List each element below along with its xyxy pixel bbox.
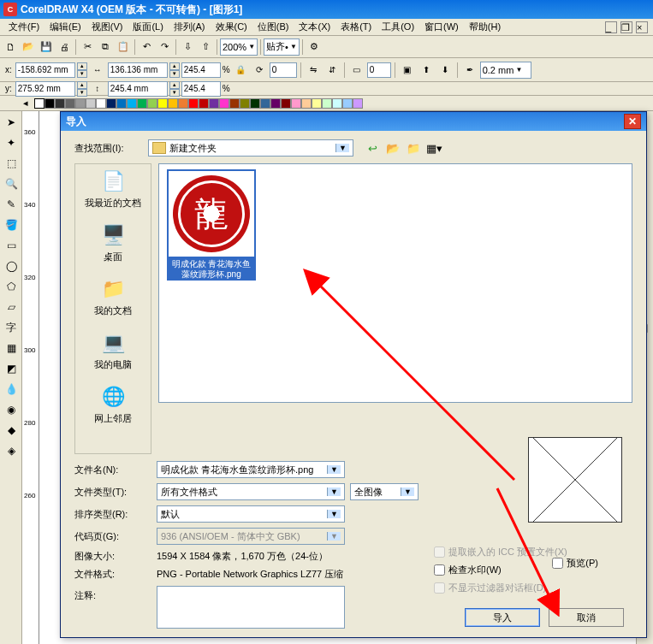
fullimage-combo[interactable]: 全图像▼ bbox=[350, 483, 419, 500]
options-icon[interactable]: ⚙ bbox=[306, 38, 323, 56]
filename-combo[interactable]: 明成化款 青花海水鱼藻纹蹄形杯.png▼ bbox=[157, 461, 345, 478]
place-computer[interactable]: 💻我的电脑 bbox=[94, 329, 132, 371]
file-item-selected[interactable]: 明成化款 青花海水鱼藻纹蹄形杯.png bbox=[164, 169, 258, 281]
export-icon[interactable]: ⇧ bbox=[197, 38, 214, 56]
eyedropper-tool[interactable]: 💧 bbox=[2, 380, 21, 399]
open-icon[interactable]: 📂 bbox=[20, 38, 37, 56]
swatch[interactable] bbox=[188, 98, 199, 109]
zoom-tool[interactable]: 🔍 bbox=[2, 174, 21, 193]
swatch[interactable] bbox=[147, 98, 157, 109]
swatch[interactable] bbox=[65, 98, 75, 109]
swatch[interactable] bbox=[137, 98, 147, 109]
swatch[interactable] bbox=[96, 98, 106, 109]
swatch[interactable] bbox=[312, 98, 322, 109]
mdi-minimize-icon[interactable]: _ bbox=[605, 21, 617, 33]
color-prev-icon[interactable]: ◂ bbox=[17, 95, 34, 112]
swatch[interactable] bbox=[322, 98, 332, 109]
redo-icon[interactable]: ↷ bbox=[156, 38, 173, 56]
width-input[interactable] bbox=[108, 62, 168, 78]
menu-table[interactable]: 表格(T) bbox=[335, 19, 377, 35]
import-button[interactable]: 导入 bbox=[465, 608, 540, 627]
scale-x-input[interactable] bbox=[181, 62, 221, 78]
outline-pen-icon[interactable]: ✒ bbox=[461, 62, 478, 79]
smartfill-tool[interactable]: 🪣 bbox=[2, 216, 21, 234]
fill-tool[interactable]: ◆ bbox=[2, 421, 21, 440]
w-spinner[interactable]: ▲▼ bbox=[169, 62, 180, 78]
swatch[interactable] bbox=[199, 98, 209, 109]
mirror-h-icon[interactable]: ⇋ bbox=[305, 62, 322, 79]
copy-icon[interactable]: ⧉ bbox=[97, 38, 114, 56]
menu-bitmap[interactable]: 位图(B) bbox=[252, 19, 294, 35]
swatch[interactable] bbox=[106, 98, 116, 109]
undo-icon[interactable]: ↶ bbox=[138, 38, 155, 56]
menu-arrange[interactable]: 排列(A) bbox=[169, 19, 211, 35]
swatch[interactable] bbox=[240, 98, 250, 109]
x-input[interactable] bbox=[15, 62, 75, 78]
polygon-tool[interactable]: ⬠ bbox=[2, 277, 21, 296]
swatch[interactable] bbox=[178, 98, 188, 109]
rotate-input[interactable] bbox=[270, 62, 297, 78]
swatch[interactable] bbox=[260, 98, 270, 109]
swatch[interactable] bbox=[301, 98, 312, 109]
swatch[interactable] bbox=[75, 98, 86, 109]
watermark-checkbox[interactable]: 检查水印(W) bbox=[434, 564, 622, 576]
place-documents[interactable]: 📁我的文档 bbox=[94, 275, 132, 317]
freehand-tool[interactable]: ✎ bbox=[2, 195, 21, 214]
wrap-icon[interactable]: ▣ bbox=[399, 62, 416, 79]
view-menu-icon[interactable]: ▦▾ bbox=[425, 139, 442, 157]
menu-help[interactable]: 帮助(H) bbox=[464, 19, 506, 35]
cut-icon[interactable]: ✂ bbox=[79, 38, 96, 56]
menu-file[interactable]: 文件(F) bbox=[3, 19, 45, 35]
print-icon[interactable]: 🖨 bbox=[56, 38, 73, 56]
h-spinner[interactable]: ▲▼ bbox=[169, 81, 180, 97]
snap-combo[interactable]: 贴齐 • ▼ bbox=[264, 38, 300, 56]
new-folder-icon[interactable]: 📁 bbox=[405, 139, 422, 157]
swatch[interactable] bbox=[229, 98, 240, 109]
menu-layout[interactable]: 版面(L) bbox=[128, 19, 168, 35]
crop-tool[interactable]: ⬚ bbox=[2, 154, 21, 173]
notes-textarea[interactable] bbox=[157, 586, 345, 629]
menu-text[interactable]: 文本(X) bbox=[294, 19, 335, 35]
mirror-v-icon[interactable]: ⇵ bbox=[324, 62, 341, 79]
swatch[interactable] bbox=[219, 98, 229, 109]
rectangle-tool[interactable]: ▭ bbox=[2, 236, 21, 255]
outline-width-combo[interactable]: 0.2 mm▼ bbox=[480, 62, 531, 79]
units-input[interactable] bbox=[367, 62, 391, 78]
swatch[interactable] bbox=[55, 98, 65, 109]
mdi-restore-icon[interactable]: ❐ bbox=[620, 21, 632, 33]
swatch[interactable] bbox=[86, 98, 96, 109]
swatch[interactable] bbox=[209, 98, 219, 109]
x-spinner[interactable]: ▲▼ bbox=[77, 62, 87, 78]
back-icon[interactable]: ↩ bbox=[364, 139, 381, 157]
swatch[interactable] bbox=[116, 98, 127, 109]
y-spinner[interactable]: ▲▼ bbox=[77, 81, 87, 97]
outline-tool[interactable]: ◉ bbox=[2, 400, 21, 419]
swatch[interactable] bbox=[270, 98, 281, 109]
place-desktop[interactable]: 🖥️桌面 bbox=[99, 222, 127, 263]
swatch[interactable] bbox=[157, 98, 168, 109]
swatch[interactable] bbox=[353, 98, 363, 109]
cancel-button[interactable]: 取消 bbox=[549, 608, 624, 627]
swatch[interactable] bbox=[45, 98, 55, 109]
menu-edit[interactable]: 编辑(E) bbox=[45, 19, 86, 35]
swatch[interactable] bbox=[281, 98, 291, 109]
basic-shapes-tool[interactable]: ▱ bbox=[2, 298, 21, 316]
place-network[interactable]: 🌐网上邻居 bbox=[94, 383, 132, 425]
swatch-none[interactable] bbox=[34, 98, 45, 109]
pick-tool[interactable]: ➤ bbox=[2, 113, 21, 132]
place-recent[interactable]: 📄我最近的文档 bbox=[85, 168, 141, 210]
interactive-tool[interactable]: ◩ bbox=[2, 359, 21, 378]
look-in-combo[interactable]: 新建文件夹 ▼ bbox=[148, 139, 353, 157]
text-tool[interactable]: 字 bbox=[2, 318, 21, 337]
align-icon[interactable]: ▭ bbox=[348, 62, 365, 79]
ellipse-tool[interactable]: ◯ bbox=[2, 257, 21, 275]
save-icon[interactable]: 💾 bbox=[38, 38, 55, 56]
close-icon[interactable]: ✕ bbox=[624, 114, 641, 129]
filetype-combo[interactable]: 所有文件格式▼ bbox=[157, 483, 345, 500]
paste-icon[interactable]: 📋 bbox=[115, 38, 132, 56]
menu-view[interactable]: 视图(V) bbox=[86, 19, 128, 35]
swatch[interactable] bbox=[332, 98, 342, 109]
zoom-combo[interactable]: 200%▼ bbox=[220, 38, 258, 56]
swatch[interactable] bbox=[342, 98, 353, 109]
mdi-close-icon[interactable]: × bbox=[636, 21, 648, 33]
